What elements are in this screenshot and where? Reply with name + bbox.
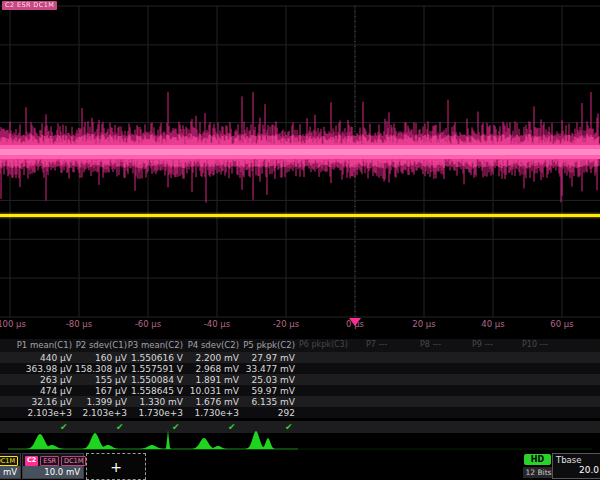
measure-param-header-inactive[interactable]: P8 --- — [420, 340, 441, 349]
measure-value: 292 — [278, 408, 295, 418]
measure-param-header[interactable]: P4 sdev(C2) — [188, 340, 239, 350]
measure-value: 1.557591 V — [131, 364, 183, 374]
measure-value: 1.676 mV — [195, 397, 239, 407]
measure-stats-row: 363.98 µV158.308 µV1.557591 V2.968 mV33.… — [0, 363, 600, 374]
measure-param-header-inactive[interactable]: P10 --- — [522, 340, 548, 349]
measure-param-header-inactive[interactable]: P7 --- — [366, 340, 387, 349]
oscilloscope-screen: C2 ESR DC1M -100 µs-80 µs-60 µs-40 µs-20… — [0, 0, 600, 480]
measure-value: 2.103e+3 — [82, 408, 127, 418]
time-tick-label: -60 µs — [135, 319, 161, 329]
measure-stats-row: 2.103e+32.103e+31.730e+31.730e+3292 — [0, 407, 600, 418]
c2-scale-value: 10.0 mV — [23, 466, 83, 478]
measurement-histicons[interactable] — [0, 430, 600, 454]
measure-value: 1.891 mV — [195, 375, 239, 385]
measure-value: 2.968 mV — [195, 364, 239, 374]
measure-value: 1.399 µV — [86, 397, 127, 407]
c2-coupling-badge: DC1M — [61, 456, 86, 466]
measure-value: 1.330 mV — [139, 397, 183, 407]
measure-param-header[interactable]: P5 pkpk(C2) — [243, 340, 295, 350]
measure-value: 2.200 mV — [195, 353, 239, 363]
measure-value: 474 µV — [40, 386, 72, 396]
time-tick-label: -40 µs — [204, 319, 230, 329]
measure-value: 155 µV — [95, 375, 127, 385]
measure-param-header[interactable]: P1 mean(C1) — [17, 340, 72, 350]
trigger-position-marker[interactable] — [349, 318, 361, 326]
measure-value: 6.135 mV — [251, 397, 295, 407]
measure-value: 363.98 µV — [26, 364, 72, 374]
timebase-label: Tbase — [553, 454, 600, 465]
measure-value: 1.550084 V — [131, 375, 183, 385]
measure-value: 1.558645 V — [131, 386, 183, 396]
time-tick-label: 20 µs — [412, 319, 435, 329]
c1-scale-value: 10.0 mV — [0, 466, 20, 478]
add-trace-button[interactable]: + — [86, 453, 146, 480]
time-tick-label: 60 µs — [550, 319, 573, 329]
measurement-table: P1 mean(C1)P2 sdev(C1)P3 mean(C2)P4 sdev… — [0, 339, 600, 433]
measure-value: 10.031 mV — [190, 386, 239, 396]
time-tick-label: -100 µs — [0, 319, 26, 329]
time-tick-label: -80 µs — [66, 319, 92, 329]
measure-param-header[interactable]: P2 sdev(C1) — [76, 340, 127, 350]
measure-param-header-inactive[interactable]: P9 --- — [472, 340, 493, 349]
measure-value: 32.16 µV — [31, 397, 72, 407]
time-tick-label: 40 µs — [481, 319, 504, 329]
c2-channel-badge: C2 — [25, 456, 38, 466]
measure-stats-row: 440 µV160 µV1.550616 V2.200 mV27.97 mV — [0, 352, 600, 363]
c2-esr-badge: ESR — [40, 456, 59, 466]
measure-param-header[interactable]: P3 mean(C2) — [128, 340, 183, 350]
measure-value: 160 µV — [95, 353, 127, 363]
timebase-scale-value: 20.0 µs/div — [553, 465, 600, 475]
time-axis: -100 µs-80 µs-60 µs-40 µs-20 µs0 µs20 µs… — [0, 319, 600, 333]
measure-value: 263 µV — [40, 375, 72, 385]
measure-stats-row: 263 µV155 µV1.550084 V1.891 mV25.03 mV — [0, 374, 600, 385]
hd-mode-badge[interactable]: HD — [524, 454, 551, 465]
measure-value: 1.550616 V — [131, 353, 183, 363]
measure-value: 59.97 mV — [251, 386, 295, 396]
hd-bits-label: 12 Bits — [523, 467, 554, 478]
channel-descriptor-c2[interactable]: C2 ESR DC1M 10.0 mV — [22, 453, 84, 479]
trace-annotation-label: C2 ESR DC1M — [2, 1, 57, 10]
measure-value: 440 µV — [40, 353, 72, 363]
measure-value: 27.97 mV — [251, 353, 295, 363]
measure-value: 1.730e+3 — [194, 408, 239, 418]
measure-value: 158.308 µV — [75, 364, 127, 374]
channel-descriptor-c1[interactable]: DC1M 10.0 mV — [0, 453, 21, 479]
measure-stats-row: 474 µV167 µV1.558645 V10.031 mV59.97 mV — [0, 385, 600, 396]
measure-value: 25.03 mV — [251, 375, 295, 385]
waveform-grid — [0, 0, 600, 335]
measure-value: 2.103e+3 — [27, 408, 72, 418]
c1-coupling-badge: DC1M — [0, 456, 18, 466]
measure-param-header-inactive[interactable]: P6 pkpk(C3) — [299, 340, 348, 349]
timebase-descriptor[interactable]: Tbase 20.0 µs/div — [552, 453, 600, 479]
measure-value: 167 µV — [95, 386, 127, 396]
measure-value: 1.730e+3 — [138, 408, 183, 418]
time-tick-label: -20 µs — [273, 319, 299, 329]
measure-value: 33.477 mV — [246, 364, 295, 374]
measure-stats-row: 32.16 µV1.399 µV1.330 mV1.676 mV6.135 mV — [0, 396, 600, 407]
